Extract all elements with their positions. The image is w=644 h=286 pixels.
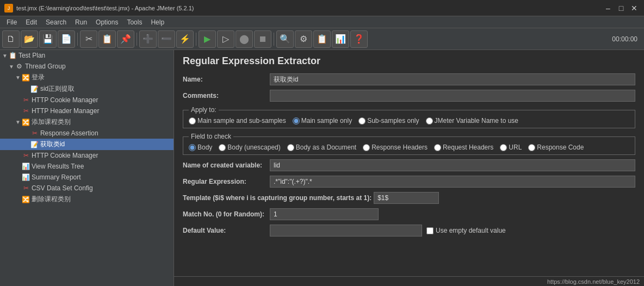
tree-item-view-results[interactable]: ▼ 📊 View Results Tree <box>0 161 174 172</box>
minimize-button[interactable]: – <box>603 3 614 14</box>
comments-input[interactable] <box>270 90 635 102</box>
icon-test-plan: 📋 <box>9 51 17 60</box>
toolbar-help-button[interactable]: ❓ <box>350 30 368 48</box>
toolbar-copy-button[interactable]: 📋 <box>98 30 116 48</box>
toolbar-add-button[interactable]: ➕ <box>139 30 157 48</box>
menu-file[interactable]: File <box>2 17 21 27</box>
tree-item-summary-report[interactable]: ▼ 📊 Summary Report <box>0 172 174 183</box>
apply-main-only[interactable]: Main sample only <box>293 117 352 125</box>
toolbar-settings-button[interactable]: ⚙ <box>295 30 312 48</box>
tree-item-test-plan[interactable]: ▼ 📋 Test Plan <box>0 50 174 61</box>
check-url[interactable]: URL <box>500 144 522 151</box>
check-body-doc[interactable]: Body as a Document <box>287 144 356 151</box>
status-bar: https://blog.csdn.net/blue_key2012 <box>174 276 644 286</box>
template-input[interactable] <box>374 192 439 204</box>
default-value-row: Default Value: Use empty default value <box>183 225 635 237</box>
toolbar-template-button[interactable]: 📋 <box>313 30 331 48</box>
radio-url[interactable] <box>500 144 507 151</box>
name-input[interactable] <box>270 73 635 85</box>
radio-resp-code[interactable] <box>528 144 535 151</box>
tree-item-csv[interactable]: ▼ ✂ CSV Data Set Config <box>0 183 174 194</box>
toolbar-shutdown-button[interactable]: ⏹ <box>254 30 271 48</box>
check-body-unescaped[interactable]: Body (unescaped) <box>219 144 280 151</box>
created-var-label: Name of created variable: <box>183 161 270 169</box>
match-no-input[interactable] <box>270 208 379 220</box>
toolbar-search-button[interactable]: 🔍 <box>276 30 294 48</box>
comments-row: Comments: <box>183 90 635 102</box>
toolbar-new-button[interactable]: 🗋 <box>2 30 20 48</box>
arrow-thread-group: ▼ <box>9 64 14 70</box>
toolbar-stop-button[interactable]: ⬤ <box>236 30 253 48</box>
menu-help[interactable]: Help <box>146 17 169 27</box>
toolbar-save-button[interactable]: 💾 <box>39 30 57 48</box>
check-body-unescaped-label: Body (unescaped) <box>227 144 280 151</box>
regex-row: Regular Expression: <box>183 176 635 188</box>
icon-extract-id: 📝 <box>30 140 39 149</box>
menu-search[interactable]: Search <box>41 17 71 27</box>
tree-item-thread-group[interactable]: ▼ ⚙ Thread Group <box>0 61 174 72</box>
empty-default-checkbox-label[interactable]: Use empty default value <box>426 227 506 234</box>
toolbar-start-button[interactable]: ▶ <box>199 30 216 48</box>
menu-options[interactable]: Options <box>91 17 122 27</box>
label-login: 登录 <box>32 73 45 82</box>
tree-item-header[interactable]: ▼ ✂ HTTP Header Manager <box>0 105 174 116</box>
menu-edit[interactable]: Edit <box>21 17 41 27</box>
label-csv: CSV Data Set Config <box>32 184 93 192</box>
toolbar-saveas-button[interactable]: 📄 <box>58 30 75 48</box>
radio-jmeter-var[interactable] <box>426 117 433 125</box>
title-bar: J test.jmx (E:\learning\rood\test\test\t… <box>0 0 644 16</box>
toolbar-open-button[interactable]: 📂 <box>21 30 38 48</box>
label-add-course: 添加课程类别 <box>32 117 71 127</box>
tree-item-add-course[interactable]: ▼ 🔀 添加课程类别 <box>0 116 174 128</box>
match-no-row: Match No. (0 for Random): <box>183 208 635 220</box>
check-resp-headers[interactable]: Response Headers <box>363 144 428 151</box>
radio-body-unescaped[interactable] <box>219 144 226 151</box>
radio-sub-only[interactable] <box>358 117 366 125</box>
regex-input[interactable] <box>270 176 635 188</box>
menu-run[interactable]: Run <box>71 17 91 27</box>
arrow-login: ▼ <box>15 74 21 80</box>
created-var-input[interactable] <box>270 159 635 171</box>
tree-item-login[interactable]: ▼ 🔀 登录 <box>0 72 174 83</box>
check-req-headers[interactable]: Request Headers <box>434 144 493 151</box>
radio-body[interactable] <box>189 144 196 151</box>
radio-body-doc[interactable] <box>287 144 294 151</box>
menu-tools[interactable]: Tools <box>122 17 146 27</box>
check-resp-code[interactable]: Response Code <box>528 144 584 151</box>
apply-main-sub[interactable]: Main sample and sub-samples <box>189 117 286 125</box>
icon-login: 🔀 <box>22 73 30 82</box>
toolbar-cut-button[interactable]: ✂ <box>80 30 97 48</box>
apply-jmeter-var[interactable]: JMeter Variable Name to use <box>426 117 519 125</box>
toolbar-remove-button[interactable]: ➖ <box>158 30 175 48</box>
tree-item-delete-course[interactable]: ▼ 🔀 删除课程类别 <box>0 194 174 205</box>
apply-sub-only[interactable]: Sub-samples only <box>358 117 419 125</box>
tree-item-sid[interactable]: ▼ 📝 sid正则提取 <box>0 83 174 95</box>
default-value-input[interactable] <box>270 225 422 237</box>
field-check-legend: Field to check <box>189 133 233 140</box>
tree-item-response-assertion[interactable]: ▼ ✂ Response Assertion <box>0 128 174 139</box>
empty-default-checkbox[interactable] <box>426 227 434 234</box>
test-plan-tree: ▼ 📋 Test Plan ▼ ⚙ Thread Group ▼ 🔀 登录 ▼ … <box>0 50 174 286</box>
maximize-button[interactable]: □ <box>616 3 627 14</box>
tree-item-cookie-1[interactable]: ▼ ✂ HTTP Cookie Manager <box>0 95 174 105</box>
radio-main-sub[interactable] <box>189 117 196 125</box>
main-layout: ▼ 📋 Test Plan ▼ ⚙ Thread Group ▼ 🔀 登录 ▼ … <box>0 50 644 286</box>
name-label: Name: <box>183 76 270 83</box>
arrow-add-course: ▼ <box>15 119 21 125</box>
template-row: Template ($i$ where i is capturing group… <box>183 192 635 204</box>
tree-item-extract-id[interactable]: ▼ 📝 获取类id <box>0 139 174 150</box>
radio-main-only[interactable] <box>293 117 300 125</box>
icon-cookie-2: ✂ <box>22 151 30 160</box>
title-bar-left: J test.jmx (E:\learning\rood\test\test\t… <box>4 4 194 13</box>
check-body[interactable]: Body <box>189 144 212 151</box>
label-cookie-1: HTTP Cookie Manager <box>32 96 98 104</box>
tree-item-cookie-2[interactable]: ▼ ✂ HTTP Cookie Manager <box>0 150 174 161</box>
toolbar-report-button[interactable]: 📊 <box>332 30 349 48</box>
toolbar-action-button[interactable]: ⚡ <box>176 30 194 48</box>
radio-resp-headers[interactable] <box>363 144 370 151</box>
label-thread-group: Thread Group <box>25 63 66 70</box>
radio-req-headers[interactable] <box>434 144 441 151</box>
close-button[interactable]: ✕ <box>629 3 640 14</box>
toolbar-start-nopause-button[interactable]: ▷ <box>217 30 234 48</box>
toolbar-paste-button[interactable]: 📌 <box>117 30 134 48</box>
